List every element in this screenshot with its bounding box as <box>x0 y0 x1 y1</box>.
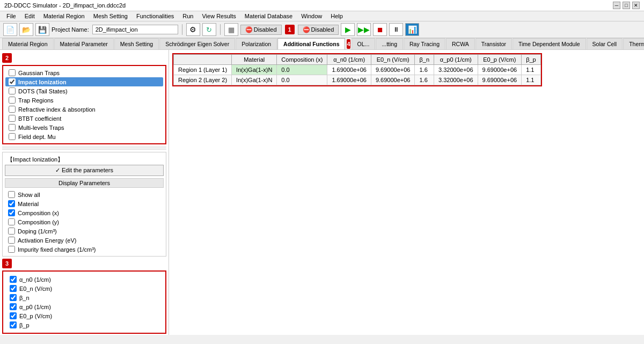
trap-regions-checkbox[interactable] <box>9 97 16 104</box>
disabled-button-1[interactable]: ⛔ Disabled <box>240 25 282 35</box>
cb-e0-p[interactable]: E0_p (V/cm) <box>6 311 162 320</box>
field-dept-checkbox[interactable] <box>9 133 16 140</box>
table-cell: 1.1 <box>522 75 541 85</box>
beta-p-label: β_p <box>19 322 30 328</box>
doping-checkbox[interactable] <box>8 228 15 235</box>
run-button[interactable]: ▶ <box>341 23 355 36</box>
checkbox-gaussian-traps[interactable]: Gaussian Traps <box>5 68 163 77</box>
cb-beta-n[interactable]: β_n <box>6 293 162 302</box>
e0-p-checkbox[interactable] <box>10 312 17 319</box>
tab-ray-tracing[interactable]: Ray Tracing <box>404 38 445 49</box>
checkbox-impact-ionization[interactable]: Impact Ionization <box>5 77 163 86</box>
checkbox-multi-levels[interactable]: Multi-levels Traps <box>5 123 163 132</box>
chart-button[interactable]: 📊 <box>405 23 419 36</box>
cb-alpha-p0[interactable]: α_p0 (1/cm) <box>6 302 162 311</box>
open-button[interactable]: 📂 <box>19 23 33 36</box>
settings-button[interactable]: ⚙ <box>186 23 200 36</box>
cb-show-all[interactable]: Show all <box>5 190 164 199</box>
e0-n-checkbox[interactable] <box>10 285 17 292</box>
disabled-label-2: Disabled <box>311 26 334 33</box>
tab-ol[interactable]: OL... <box>352 38 376 49</box>
checkbox-field-dept[interactable]: Field dept. Mu <box>5 132 163 141</box>
menu-functionalities[interactable]: Functionalities <box>132 12 178 20</box>
impact-ionization-checkbox[interactable] <box>9 78 16 85</box>
menu-mesh-setting[interactable]: Mesh Setting <box>89 12 132 20</box>
alpha-n0-checkbox[interactable] <box>10 276 17 283</box>
edit-params-button[interactable]: ✓ Edit the parameters <box>5 165 164 176</box>
dots-label: DOTS (Tail States) <box>18 88 68 94</box>
tab-tting[interactable]: ...tting <box>376 38 403 49</box>
checkbox-dots[interactable]: DOTS (Tail States) <box>5 86 163 96</box>
checkbox-trap-regions[interactable]: Trap Regions <box>5 96 163 105</box>
menu-file[interactable]: File <box>2 12 20 20</box>
beta-n-checkbox[interactable] <box>10 294 17 301</box>
cb-alpha-n0[interactable]: α_n0 (1/cm) <box>6 275 162 284</box>
col-header-region <box>174 55 232 65</box>
menu-material-region[interactable]: Material Region <box>39 12 89 20</box>
menu-help[interactable]: Help <box>326 12 347 20</box>
material-label: Material <box>18 201 39 207</box>
title-bar-title: 2D-DDCC Simulator - 2D_ifimpact_ion.ddcc… <box>4 2 126 9</box>
cb-composition-x[interactable]: Composition (x) <box>5 208 164 217</box>
multi-levels-checkbox[interactable] <box>9 124 16 131</box>
project-name-input[interactable] <box>92 25 178 34</box>
tab-material-region[interactable]: Material Region <box>2 38 54 49</box>
menu-view-results[interactable]: View Results <box>197 12 240 20</box>
menu-edit[interactable]: Edit <box>20 12 39 20</box>
cb-e0-n[interactable]: E0_n (V/cm) <box>6 284 162 293</box>
composition-y-checkbox[interactable] <box>8 218 15 225</box>
alpha-p0-label: α_p0 (1/cm) <box>19 304 51 310</box>
close-button[interactable]: ✕ <box>632 2 640 9</box>
impact-ionization-label: Impact Ionization <box>18 79 67 85</box>
composition-x-label: Composition (x) <box>18 210 59 216</box>
pause-button[interactable]: ⏸ <box>389 23 403 36</box>
btbt-checkbox[interactable] <box>9 115 16 122</box>
mesh-button[interactable]: ▦ <box>224 23 238 36</box>
menu-window[interactable]: Window <box>297 12 326 20</box>
cb-doping[interactable]: Doping (1/cm³) <box>5 226 164 236</box>
maximize-button[interactable]: □ <box>623 2 630 9</box>
table-row: Region 1 (Layer 1)In(x)Ga(1-x)N0.01.6900… <box>174 65 541 75</box>
checkbox-btbt[interactable]: BTBT coefficient <box>5 114 163 123</box>
cb-material[interactable]: Material <box>5 199 164 208</box>
stop-button[interactable]: ⏹ <box>373 23 387 36</box>
tab-additional-functions[interactable]: Additional Functions <box>277 38 345 49</box>
refresh-button[interactable]: ↻ <box>202 23 216 36</box>
disabled-button-2[interactable]: ⛔ Disabled <box>298 25 339 35</box>
table-cell: 1.69000e+06 <box>327 65 371 75</box>
menu-run[interactable]: Run <box>178 12 197 20</box>
dots-checkbox[interactable] <box>9 87 16 94</box>
tab-solar-cell[interactable]: Solar Cell <box>587 38 623 49</box>
gaussian-traps-checkbox[interactable] <box>9 69 16 76</box>
minimize-button[interactable]: ─ <box>613 2 620 9</box>
activation-energy-checkbox[interactable] <box>8 237 15 244</box>
new-button[interactable]: 📄 <box>3 23 17 36</box>
cb-beta-p[interactable]: β_p <box>6 320 162 330</box>
cb-composition-y[interactable]: Composition (y) <box>5 217 164 226</box>
cb-impurity-fixed[interactable]: Impurity fixed charges (1/cm³) <box>5 245 164 254</box>
tab-schrodinger[interactable]: Schrödinger Eigen Solver <box>159 38 235 49</box>
material-checkbox[interactable] <box>8 200 15 207</box>
tab-material-parameter[interactable]: Material Parameter <box>54 38 114 49</box>
gaussian-traps-label: Gaussian Traps <box>18 70 60 76</box>
beta-p-checkbox[interactable] <box>10 321 17 328</box>
checkbox-refractive-index[interactable]: Refractive index & absorption <box>5 105 163 114</box>
composition-x-checkbox[interactable] <box>8 209 15 216</box>
refractive-index-checkbox[interactable] <box>9 106 16 113</box>
tab-transistor[interactable]: Transistor <box>475 38 512 49</box>
tab-polarization[interactable]: Polarization <box>236 38 277 49</box>
table-cell: 9.69000e+06 <box>371 65 415 75</box>
save-button[interactable]: 💾 <box>35 23 49 36</box>
cb-activation-energy[interactable]: Activation Energy (eV) <box>5 236 164 245</box>
run-fast-button[interactable]: ▶▶ <box>357 23 371 36</box>
tab-time-dependent[interactable]: Time Dependent Module <box>513 38 586 49</box>
show-all-checkbox[interactable] <box>8 191 15 198</box>
tab-mesh-setting[interactable]: Mesh Setting <box>114 38 159 49</box>
menu-material-database[interactable]: Material Database <box>240 12 297 20</box>
impurity-fixed-checkbox[interactable] <box>8 246 15 253</box>
functions-list-container: Gaussian Traps Impact Ionization DOTS (T… <box>2 65 166 144</box>
tab-thermal[interactable]: Thermal <box>623 38 644 49</box>
alpha-p0-checkbox[interactable] <box>10 303 17 310</box>
tab-rcwa[interactable]: RCWA <box>446 38 475 49</box>
table-cell: 3.32000e+06 <box>434 75 478 85</box>
